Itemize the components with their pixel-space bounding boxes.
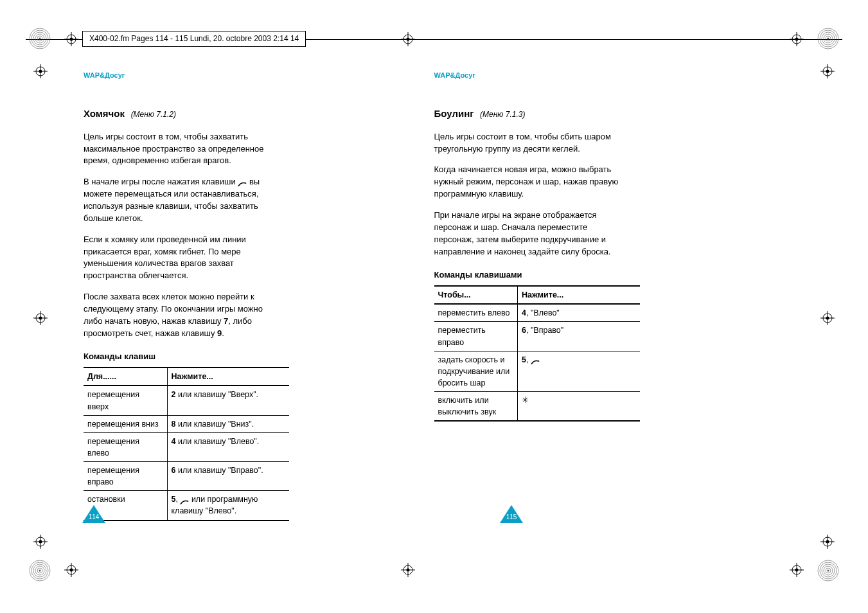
cell: перемещения вниз <box>84 415 167 432</box>
content-area: WAP&Досуг Хомячок (Меню 7.1.2) Цель игры… <box>84 71 784 521</box>
guilloche-mark-icon <box>817 559 840 582</box>
right-p3: При начале игры на экране отображается п… <box>434 209 624 258</box>
left-p2a: В начале игры после нажатия клавиши <box>84 177 238 186</box>
left-page: WAP&Досуг Хомячок (Меню 7.1.2) Цель игры… <box>84 71 434 521</box>
left-col2-header: Нажмите... <box>167 368 289 386</box>
left-col1-header: Для...... <box>84 368 167 386</box>
right-page: WAP&Досуг Боулинг (Меню 7.1.3) Цель игры… <box>434 71 785 521</box>
guilloche-mark-icon <box>28 559 51 582</box>
registration-mark-icon <box>64 563 78 577</box>
left-commands-table: Для...... Нажмите... перемещения вверх 2… <box>84 367 289 520</box>
right-table-title: Команды клавишами <box>434 269 624 281</box>
left-p4c: . <box>222 328 224 338</box>
cell: включить или выключить звук <box>434 392 518 422</box>
left-table-title: Команды клавиш <box>84 351 274 363</box>
registration-mark-icon <box>401 32 415 46</box>
cell: 6, "Вправо" <box>518 322 640 351</box>
section-label-right: WAP&Досуг <box>434 71 624 81</box>
table-row: включить или выключить звук <box>434 392 640 422</box>
cell: 4 или клавишу "Влево". <box>167 432 289 461</box>
left-p4: После захвата всех клеток можно перейти … <box>84 291 274 339</box>
registration-mark-icon <box>820 311 835 325</box>
registration-mark-icon <box>33 311 48 325</box>
key-num: 5 <box>522 355 526 364</box>
right-col2-header: Нажмите... <box>518 286 640 304</box>
cell: переместить вправо <box>434 322 518 351</box>
cell: перемещения вправо <box>84 462 167 491</box>
cell: 2 или клавишу "Вверх". <box>167 386 289 415</box>
page-number-marker-left: 114 <box>82 505 105 523</box>
key-num: 6 <box>522 326 526 335</box>
guilloche-mark-icon <box>817 27 840 50</box>
table-row: переместить вправо 6, "Вправо" <box>434 322 640 351</box>
cell: 6 или клавишу "Вправо". <box>167 462 289 491</box>
page-number-right: 115 <box>505 513 518 522</box>
left-p1: Цель игры состоит в том, чтобы захватить… <box>84 131 274 168</box>
phone-key-icon <box>238 179 247 186</box>
cell-text: , "Вправо" <box>526 326 563 335</box>
right-p2: Когда начинается новая игра, можно выбра… <box>434 164 624 200</box>
table-header-row: Чтобы... Нажмите... <box>434 286 640 304</box>
registration-mark-icon <box>820 535 835 549</box>
registration-mark-icon <box>820 64 835 78</box>
table-row: остановки 5, или программную клавишу "Вл… <box>84 491 289 520</box>
right-p1: Цель игры состоит в том, чтобы сбить шар… <box>434 131 624 155</box>
guilloche-mark-icon <box>28 27 51 50</box>
star-key-icon <box>522 396 529 405</box>
cell-text: или клавишу "Вправо". <box>175 466 263 475</box>
registration-mark-icon <box>401 563 415 577</box>
title-row-right: Боулинг (Меню 7.1.3) <box>434 107 624 121</box>
registration-mark-icon <box>64 32 78 46</box>
left-p3: Если к хомяку или проведенной им линии п… <box>84 234 274 282</box>
cell-text: или клавишу "Вверх". <box>175 390 258 399</box>
table-row: переместить влево 4, "Влево" <box>434 304 640 322</box>
registration-mark-icon <box>33 64 48 78</box>
right-col1-header: Чтобы... <box>434 286 518 304</box>
table-row: перемещения вверх 2 или клавишу "Вверх". <box>84 386 289 415</box>
table-row: перемещения вниз 8 или клавишу "Вниз". <box>84 415 289 432</box>
cell: задать скорость и подкручивание или брос… <box>434 351 518 391</box>
phone-key-icon <box>180 497 189 503</box>
registration-mark-icon <box>790 563 804 577</box>
cell: 8 или клавишу "Вниз". <box>167 415 289 432</box>
page-info-text: X400-02.fm Pages 114 - 115 Lundi, 20. oc… <box>89 34 299 43</box>
page-number-marker-right: 115 <box>500 505 523 523</box>
table-row: перемещения вправо 6 или клавишу "Вправо… <box>84 462 289 491</box>
key-num: 4 <box>522 308 526 317</box>
cell: 4, "Влево" <box>518 304 640 322</box>
title-row-left: Хомячок (Меню 7.1.2) <box>84 107 274 121</box>
registration-mark-icon <box>33 535 48 549</box>
right-commands-table: Чтобы... Нажмите... переместить влево 4,… <box>434 285 640 422</box>
registration-mark-icon <box>790 32 804 46</box>
section-label-left: WAP&Досуг <box>84 71 274 81</box>
cell-text: , "Влево" <box>526 308 560 317</box>
phone-key-icon <box>531 357 540 363</box>
cell-text: или клавишу "Вниз". <box>175 420 254 429</box>
table-header-row: Для...... Нажмите... <box>84 368 289 386</box>
cell: переместить влево <box>434 304 518 322</box>
title-hamster: Хомячок <box>84 108 125 119</box>
table-row: перемещения влево 4 или клавишу "Влево". <box>84 432 289 461</box>
menu-ref-right: (Меню 7.1.3) <box>480 110 525 119</box>
page-number-left: 114 <box>87 513 100 522</box>
cell: перемещения влево <box>84 432 167 461</box>
table-row: задать скорость и подкручивание или брос… <box>434 351 640 391</box>
cell: перемещения вверх <box>84 386 167 415</box>
cell <box>518 392 640 422</box>
cell-text: или клавишу "Влево". <box>175 437 259 446</box>
key-num: 5 <box>172 495 176 504</box>
menu-ref-left: (Меню 7.1.2) <box>131 110 176 119</box>
page-info-box: X400-02.fm Pages 114 - 115 Lundi, 20. oc… <box>82 31 306 47</box>
left-p2: В начале игры после нажатия клавиши вы м… <box>84 176 274 224</box>
title-bowling: Боулинг <box>434 108 474 119</box>
cell-text: , <box>526 355 531 364</box>
cell: 5, или программную клавишу "Влево". <box>167 491 289 520</box>
cell: 5, <box>518 351 640 391</box>
